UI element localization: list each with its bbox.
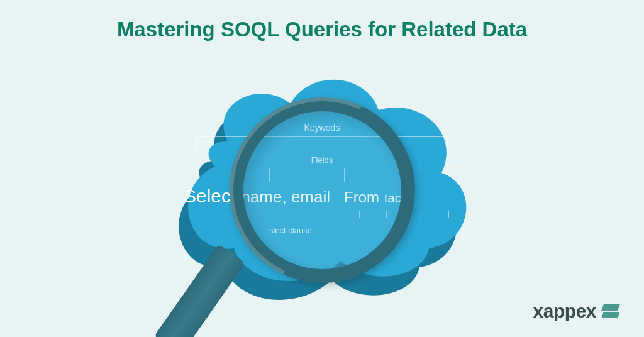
label-object: ject <box>454 155 467 165</box>
brand-logo: xappex <box>533 301 619 322</box>
page-title: Mastering SOQL Queries for Related Data <box>0 0 644 41</box>
query-select-keyword: Select <box>184 185 236 207</box>
brand-name: xappex <box>533 301 596 322</box>
magnifying-glass-icon <box>230 97 415 283</box>
magnifier-lens <box>230 97 415 283</box>
brand-mark-icon <box>602 303 619 319</box>
